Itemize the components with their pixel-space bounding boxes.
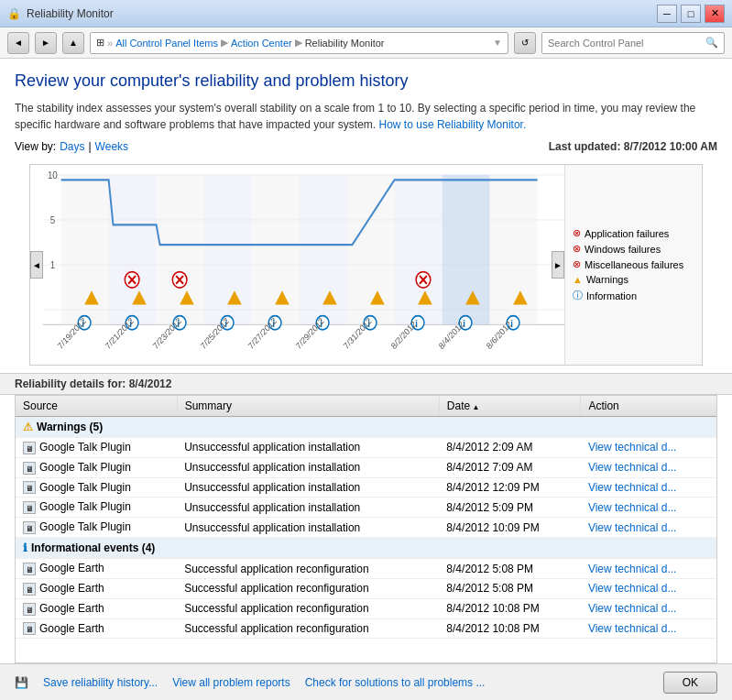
legend-app-failures-label: Application failures — [585, 228, 669, 239]
cell-date: 8/4/2012 5:08 PM — [439, 559, 581, 579]
back-button[interactable]: ◄ — [7, 32, 29, 54]
section-row: ⚠Warnings (5) — [16, 417, 716, 438]
forward-button[interactable]: ► — [35, 32, 57, 54]
col-action[interactable]: Action — [581, 396, 716, 417]
cell-summary: Unsuccessful application installation — [177, 518, 439, 538]
cell-date: 8/4/2012 10:08 PM — [439, 598, 581, 618]
cell-source: 🖥Google Talk Plugin — [16, 438, 177, 458]
legend-information: ⓘ Information — [573, 289, 694, 302]
cell-source: 🖥Google Talk Plugin — [16, 477, 177, 498]
view-technical-link[interactable]: View technical d... — [588, 501, 677, 514]
cell-source: 🖥Google Talk Plugin — [16, 498, 177, 518]
search-input[interactable] — [548, 38, 705, 49]
cell-action[interactable]: View technical d... — [581, 618, 716, 639]
view-technical-link[interactable]: View technical d... — [588, 481, 677, 494]
breadcrumb-current: Reliability Monitor — [305, 38, 385, 49]
cell-summary: Successful application reconfiguration — [177, 598, 439, 618]
cell-source: 🖥Google Earth — [16, 578, 177, 598]
table-row: 🖥Google Talk Plugin Unsuccessful applica… — [16, 518, 716, 538]
table-header-row: Source Summary Date Action — [16, 396, 716, 417]
cell-date: 8/4/2012 7:09 AM — [439, 457, 581, 477]
search-bar[interactable]: 🔍 — [541, 32, 725, 54]
view-by-sep: | — [88, 140, 91, 153]
cell-summary: Unsuccessful application installation — [177, 498, 439, 518]
cell-source: 🖥Google Earth — [16, 598, 177, 618]
svg-rect-10 — [157, 175, 204, 325]
dropdown-arrow[interactable]: ▼ — [493, 38, 502, 48]
view-by-bar: View by: Days | Weeks Last updated: 8/7/… — [15, 140, 717, 153]
view-technical-link[interactable]: View technical d... — [588, 441, 677, 454]
details-table-wrapper[interactable]: Source Summary Date Action ⚠Warnings (5)… — [15, 395, 717, 663]
legend-windows-failures-label: Windows failures — [585, 244, 661, 255]
chart-nav-right[interactable]: ► — [552, 251, 564, 279]
table-row: 🖥Google Earth Successful application rec… — [16, 559, 716, 579]
view-weeks-link[interactable]: Weeks — [95, 140, 128, 153]
legend-misc-failures-label: Miscellaneous failures — [585, 259, 683, 270]
svg-text:5: 5 — [50, 215, 56, 226]
details-section: Reliability details for: 8/4/2012 Source… — [0, 373, 732, 663]
legend-misc-failures: ⊗ Miscellaneous failures — [573, 258, 694, 270]
cell-date: 8/4/2012 5:08 PM — [439, 578, 581, 598]
reliability-chart: 10 5 1 — [43, 165, 564, 365]
details-table: Source Summary Date Action ⚠Warnings (5)… — [16, 396, 716, 639]
cell-action[interactable]: View technical d... — [581, 498, 716, 518]
cell-action[interactable]: View technical d... — [581, 578, 716, 598]
svg-rect-8 — [61, 175, 109, 325]
table-row: 🖥Google Talk Plugin Unsuccessful applica… — [16, 477, 716, 498]
legend-app-failures: ⊗ Application failures — [573, 227, 694, 239]
view-technical-link[interactable]: View technical d... — [588, 602, 677, 615]
refresh-button[interactable]: ↺ — [514, 32, 536, 54]
breadcrumb-all-control-panel[interactable]: All Control Panel Items — [115, 38, 218, 49]
how-to-link[interactable]: How to use Reliability Monitor. — [379, 118, 527, 131]
view-technical-link[interactable]: View technical d... — [588, 582, 677, 595]
table-row: 🖥Google Earth Successful application rec… — [16, 578, 716, 598]
view-technical-link[interactable]: View technical d... — [588, 521, 677, 534]
view-all-link[interactable]: View all problem reports — [172, 676, 290, 689]
view-technical-link[interactable]: View technical d... — [588, 622, 677, 635]
legend-warnings: ▲ Warnings — [573, 274, 694, 285]
cell-date: 8/4/2012 10:08 PM — [439, 618, 581, 639]
chart-area: ◄ 10 5 1 — [15, 164, 717, 366]
last-updated: Last updated: 8/7/2012 10:00 AM — [549, 140, 717, 153]
chart-container[interactable]: ◄ 10 5 1 — [29, 164, 703, 366]
col-summary[interactable]: Summary — [177, 396, 439, 417]
view-by-left: View by: Days | Weeks — [15, 140, 128, 153]
check-solutions-link[interactable]: Check for solutions to all problems ... — [305, 676, 486, 689]
up-button[interactable]: ▲ — [62, 32, 84, 54]
breadcrumb: ⊞ » All Control Panel Items ▶ Action Cen… — [90, 32, 508, 54]
chart-main[interactable]: 10 5 1 — [30, 165, 564, 365]
breadcrumb-action-center[interactable]: Action Center — [231, 38, 292, 49]
cell-date: 8/4/2012 5:09 PM — [439, 498, 581, 518]
cell-date: 8/4/2012 12:09 PM — [439, 477, 581, 498]
view-days-link[interactable]: Days — [60, 140, 84, 153]
cell-action[interactable]: View technical d... — [581, 598, 716, 618]
col-date[interactable]: Date — [439, 396, 581, 417]
col-source[interactable]: Source — [16, 396, 177, 417]
cell-summary: Unsuccessful application installation — [177, 438, 439, 458]
section-label: ⚠Warnings (5) — [16, 417, 716, 438]
breadcrumb-icon: ⊞ — [96, 37, 104, 49]
cell-source: 🖥Google Earth — [16, 618, 177, 639]
view-technical-link[interactable]: View technical d... — [588, 563, 677, 575]
cell-action[interactable]: View technical d... — [581, 438, 716, 458]
cell-action[interactable]: View technical d... — [581, 477, 716, 498]
save-history-link[interactable]: Save reliability history... — [43, 676, 158, 689]
title-bar-controls[interactable]: ─ □ ✕ — [657, 5, 725, 23]
close-button[interactable]: ✕ — [705, 5, 725, 23]
chart-nav-left[interactable]: ◄ — [30, 251, 43, 279]
svg-rect-13 — [300, 175, 347, 325]
cell-source: 🖥Google Talk Plugin — [16, 518, 177, 538]
maximize-button[interactable]: □ — [681, 5, 701, 23]
search-icon: 🔍 — [705, 37, 718, 49]
description: The stability index assesses your system… — [15, 100, 717, 133]
page-title: Review your computer's reliability and p… — [15, 71, 717, 91]
view-technical-link[interactable]: View technical d... — [588, 461, 677, 474]
cell-action[interactable]: View technical d... — [581, 518, 716, 538]
window-icon: 🔒 — [7, 7, 21, 20]
cell-source: 🖥Google Talk Plugin — [16, 457, 177, 477]
svg-rect-17 — [490, 175, 538, 325]
ok-button[interactable]: OK — [663, 672, 717, 694]
minimize-button[interactable]: ─ — [657, 5, 677, 23]
cell-action[interactable]: View technical d... — [581, 457, 716, 477]
cell-action[interactable]: View technical d... — [581, 559, 716, 579]
